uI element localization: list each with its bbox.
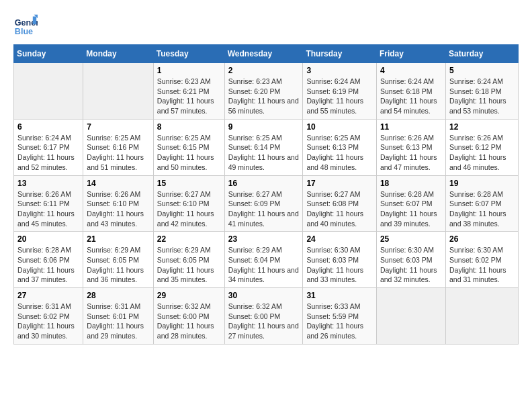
day-info: Sunrise: 6:28 AM Sunset: 6:07 PM Dayligh…	[449, 189, 515, 229]
day-info: Sunrise: 6:26 AM Sunset: 6:10 PM Dayligh…	[87, 189, 149, 229]
week-row-4: 20Sunrise: 6:28 AM Sunset: 6:06 PM Dayli…	[14, 232, 519, 288]
day-number: 22	[157, 234, 221, 244]
weekday-header-thursday: Thursday	[303, 45, 377, 63]
calendar-cell: 19Sunrise: 6:28 AM Sunset: 6:07 PM Dayli…	[445, 175, 518, 232]
day-number: 17	[306, 179, 373, 188]
day-number: 12	[449, 122, 515, 132]
day-info: Sunrise: 6:26 AM Sunset: 6:12 PM Dayligh…	[449, 133, 515, 173]
day-number: 2	[228, 66, 300, 75]
calendar-cell: 31Sunrise: 6:33 AM Sunset: 5:59 PM Dayli…	[303, 288, 377, 345]
day-number: 5	[449, 66, 515, 75]
calendar-cell: 15Sunrise: 6:27 AM Sunset: 6:10 PM Dayli…	[153, 175, 224, 232]
calendar-cell: 10Sunrise: 6:25 AM Sunset: 6:13 PM Dayli…	[303, 119, 377, 175]
calendar-cell: 14Sunrise: 6:26 AM Sunset: 6:10 PM Dayli…	[83, 175, 153, 232]
calendar-cell: 3Sunrise: 6:24 AM Sunset: 6:19 PM Daylig…	[303, 63, 377, 120]
logo-icon: General Blue	[13, 13, 38, 38]
week-row-3: 13Sunrise: 6:26 AM Sunset: 6:11 PM Dayli…	[14, 175, 519, 232]
day-number: 11	[380, 122, 442, 132]
day-info: Sunrise: 6:32 AM Sunset: 6:00 PM Dayligh…	[157, 302, 221, 341]
day-info: Sunrise: 6:28 AM Sunset: 6:06 PM Dayligh…	[17, 245, 79, 285]
calendar-cell: 7Sunrise: 6:25 AM Sunset: 6:16 PM Daylig…	[83, 119, 153, 175]
day-info: Sunrise: 6:28 AM Sunset: 6:07 PM Dayligh…	[380, 189, 442, 229]
day-info: Sunrise: 6:25 AM Sunset: 6:16 PM Dayligh…	[87, 133, 149, 173]
day-info: Sunrise: 6:23 AM Sunset: 6:21 PM Dayligh…	[157, 77, 221, 116]
calendar-cell: 12Sunrise: 6:26 AM Sunset: 6:12 PM Dayli…	[445, 119, 518, 175]
day-number: 4	[380, 66, 442, 75]
weekday-header-monday: Monday	[83, 45, 153, 63]
day-info: Sunrise: 6:24 AM Sunset: 6:19 PM Dayligh…	[306, 77, 373, 116]
calendar-cell: 20Sunrise: 6:28 AM Sunset: 6:06 PM Dayli…	[14, 232, 83, 288]
day-info: Sunrise: 6:25 AM Sunset: 6:13 PM Dayligh…	[306, 133, 373, 173]
day-number: 26	[449, 234, 515, 244]
calendar-cell: 18Sunrise: 6:28 AM Sunset: 6:07 PM Dayli…	[376, 175, 445, 232]
day-info: Sunrise: 6:26 AM Sunset: 6:13 PM Dayligh…	[380, 133, 442, 173]
day-number: 16	[228, 179, 300, 188]
day-info: Sunrise: 6:24 AM Sunset: 6:18 PM Dayligh…	[449, 77, 515, 116]
calendar-cell: 22Sunrise: 6:29 AM Sunset: 6:05 PM Dayli…	[153, 232, 224, 288]
svg-text:Blue: Blue	[15, 27, 33, 36]
day-info: Sunrise: 6:25 AM Sunset: 6:15 PM Dayligh…	[157, 133, 221, 173]
day-info: Sunrise: 6:26 AM Sunset: 6:11 PM Dayligh…	[17, 189, 79, 229]
calendar-cell	[445, 288, 518, 345]
calendar-cell: 23Sunrise: 6:29 AM Sunset: 6:04 PM Dayli…	[224, 232, 303, 288]
day-info: Sunrise: 6:32 AM Sunset: 6:00 PM Dayligh…	[228, 302, 300, 341]
calendar-cell: 25Sunrise: 6:30 AM Sunset: 6:03 PM Dayli…	[376, 232, 445, 288]
day-info: Sunrise: 6:27 AM Sunset: 6:08 PM Dayligh…	[306, 189, 373, 229]
calendar-cell: 26Sunrise: 6:30 AM Sunset: 6:02 PM Dayli…	[445, 232, 518, 288]
day-info: Sunrise: 6:25 AM Sunset: 6:14 PM Dayligh…	[228, 133, 300, 173]
day-number: 13	[17, 179, 79, 188]
svg-marker-2	[33, 17, 36, 25]
calendar-cell: 1Sunrise: 6:23 AM Sunset: 6:21 PM Daylig…	[153, 63, 224, 120]
day-info: Sunrise: 6:29 AM Sunset: 6:05 PM Dayligh…	[87, 245, 149, 285]
day-number: 14	[87, 179, 149, 188]
calendar-cell: 9Sunrise: 6:25 AM Sunset: 6:14 PM Daylig…	[224, 119, 303, 175]
day-info: Sunrise: 6:27 AM Sunset: 6:10 PM Dayligh…	[157, 189, 221, 229]
day-number: 6	[17, 122, 79, 132]
day-number: 29	[157, 291, 221, 300]
day-number: 15	[157, 179, 221, 188]
week-row-2: 6Sunrise: 6:24 AM Sunset: 6:17 PM Daylig…	[14, 119, 519, 175]
calendar-cell: 2Sunrise: 6:23 AM Sunset: 6:20 PM Daylig…	[224, 63, 303, 120]
calendar-cell	[14, 63, 83, 120]
day-info: Sunrise: 6:31 AM Sunset: 6:02 PM Dayligh…	[17, 302, 79, 341]
day-number: 21	[87, 234, 149, 244]
day-number: 23	[228, 234, 300, 244]
day-info: Sunrise: 6:31 AM Sunset: 6:01 PM Dayligh…	[87, 302, 149, 341]
day-info: Sunrise: 6:29 AM Sunset: 6:04 PM Dayligh…	[228, 245, 300, 285]
day-info: Sunrise: 6:30 AM Sunset: 6:03 PM Dayligh…	[380, 245, 442, 285]
calendar-cell: 8Sunrise: 6:25 AM Sunset: 6:15 PM Daylig…	[153, 119, 224, 175]
day-info: Sunrise: 6:24 AM Sunset: 6:17 PM Dayligh…	[17, 133, 79, 173]
day-number: 24	[306, 234, 373, 244]
day-number: 8	[157, 122, 221, 132]
calendar-table: SundayMondayTuesdayWednesdayThursdayFrid…	[13, 44, 519, 345]
day-number: 10	[306, 122, 373, 132]
calendar-cell: 11Sunrise: 6:26 AM Sunset: 6:13 PM Dayli…	[376, 119, 445, 175]
day-info: Sunrise: 6:29 AM Sunset: 6:05 PM Dayligh…	[157, 245, 221, 285]
day-number: 9	[228, 122, 300, 132]
week-row-1: 1Sunrise: 6:23 AM Sunset: 6:21 PM Daylig…	[14, 63, 519, 120]
day-number: 25	[380, 234, 442, 244]
weekday-header-row: SundayMondayTuesdayWednesdayThursdayFrid…	[14, 45, 519, 63]
calendar-cell	[83, 63, 153, 120]
calendar-cell: 16Sunrise: 6:27 AM Sunset: 6:09 PM Dayli…	[224, 175, 303, 232]
calendar-cell: 27Sunrise: 6:31 AM Sunset: 6:02 PM Dayli…	[14, 288, 83, 345]
day-number: 31	[306, 291, 373, 300]
calendar-cell: 17Sunrise: 6:27 AM Sunset: 6:08 PM Dayli…	[303, 175, 377, 232]
calendar-cell: 13Sunrise: 6:26 AM Sunset: 6:11 PM Dayli…	[14, 175, 83, 232]
day-number: 30	[228, 291, 300, 300]
day-number: 27	[17, 291, 79, 300]
day-number: 18	[380, 179, 442, 188]
day-info: Sunrise: 6:23 AM Sunset: 6:20 PM Dayligh…	[228, 77, 300, 116]
day-number: 19	[449, 179, 515, 188]
weekday-header-friday: Friday	[376, 45, 445, 63]
week-row-5: 27Sunrise: 6:31 AM Sunset: 6:02 PM Dayli…	[14, 288, 519, 345]
calendar-cell: 5Sunrise: 6:24 AM Sunset: 6:18 PM Daylig…	[445, 63, 518, 120]
calendar-cell: 6Sunrise: 6:24 AM Sunset: 6:17 PM Daylig…	[14, 119, 83, 175]
weekday-header-tuesday: Tuesday	[153, 45, 224, 63]
calendar-cell: 30Sunrise: 6:32 AM Sunset: 6:00 PM Dayli…	[224, 288, 303, 345]
day-number: 20	[17, 234, 79, 244]
day-info: Sunrise: 6:33 AM Sunset: 5:59 PM Dayligh…	[306, 302, 373, 341]
calendar-cell: 24Sunrise: 6:30 AM Sunset: 6:03 PM Dayli…	[303, 232, 377, 288]
day-number: 28	[87, 291, 149, 300]
day-info: Sunrise: 6:27 AM Sunset: 6:09 PM Dayligh…	[228, 189, 300, 229]
